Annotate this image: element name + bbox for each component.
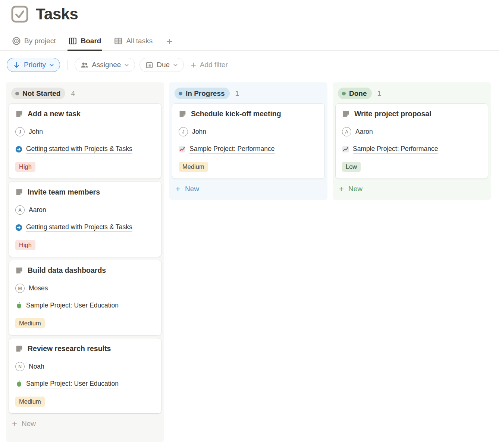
task-title-row: Schedule kick-off meeting: [179, 110, 318, 118]
column-count: 4: [71, 89, 75, 98]
tab-all-tasks[interactable]: All tasks: [113, 34, 153, 51]
task-title-row: Add a new task: [15, 110, 155, 118]
project-link[interactable]: Sample Project: Performance: [353, 145, 438, 154]
arrow-down-icon: [12, 61, 21, 69]
priority-tag: Medium: [15, 318, 45, 328]
assignee-filter-label: Assignee: [92, 61, 121, 69]
task-card[interactable]: Write project proposal A Aaron Sample Pr…: [336, 104, 488, 179]
status-dot-icon: [179, 92, 182, 95]
avatar: J: [15, 127, 25, 136]
task-project-row: Sample Project: Performance: [342, 145, 481, 154]
plus-icon: +: [175, 184, 181, 193]
tab-board[interactable]: Board: [68, 34, 102, 51]
chart-icon: [342, 146, 349, 153]
project-link[interactable]: Getting started with Projects & Tasks: [26, 145, 132, 154]
new-card-button[interactable]: + New: [9, 415, 161, 432]
task-tag-row: Low: [342, 162, 481, 172]
column-title: Not Started: [22, 89, 60, 98]
chevron-down-icon: [49, 62, 54, 68]
tab-label: All tasks: [126, 37, 153, 45]
task-card[interactable]: Invite team members A Aaron Getting star…: [9, 182, 161, 257]
priority-tag: High: [15, 240, 35, 250]
task-card[interactable]: Review research results N Noah Sample Pr…: [9, 338, 161, 413]
task-card[interactable]: Add a new task J John Getting started wi…: [9, 104, 161, 179]
new-card-label: New: [185, 185, 199, 193]
due-filter-label: Due: [157, 61, 170, 69]
column-cards: Write project proposal A Aaron Sample Pr…: [336, 104, 488, 179]
status-pill[interactable]: Done: [338, 88, 372, 99]
task-title-row: Invite team members: [15, 188, 155, 196]
chart-icon: [179, 146, 186, 153]
people-icon: [80, 61, 89, 69]
new-card-label: New: [22, 420, 36, 428]
avatar-initial: A: [345, 129, 348, 135]
priority-sort-button[interactable]: Priority: [7, 58, 60, 72]
project-link[interactable]: Sample Project: Performance: [189, 145, 275, 154]
priority-tag: Medium: [179, 162, 208, 172]
status-pill[interactable]: Not Started: [11, 88, 65, 99]
avatar-initial: M: [18, 286, 22, 291]
task-title: Invite team members: [28, 188, 100, 196]
column-cards: Schedule kick-off meeting J John Sample …: [172, 104, 324, 179]
task-title: Schedule kick-off meeting: [191, 110, 281, 118]
due-filter-button[interactable]: Due: [139, 58, 184, 72]
plus-icon: +: [12, 419, 17, 428]
assignee-name: John: [29, 128, 43, 136]
task-assignee-row: M Moses: [15, 284, 155, 293]
arrow-circle-icon: [15, 146, 22, 153]
sort-label: Priority: [24, 61, 46, 69]
column-count: 1: [235, 89, 239, 98]
new-card-button[interactable]: + New: [172, 180, 324, 197]
column-title: Done: [349, 89, 367, 98]
avatar: N: [15, 362, 25, 371]
task-tag-row: Medium: [179, 162, 318, 172]
assignee-name: Aaron: [355, 128, 373, 136]
task-project-row: Sample Project: User Education: [15, 302, 155, 310]
filter-bar: Priority Assignee Due + Add filter: [0, 51, 499, 72]
task-assignee-row: A Aaron: [342, 127, 481, 136]
avatar: J: [179, 127, 188, 136]
avatar-initial: J: [182, 129, 185, 135]
task-project-row: Getting started with Projects & Tasks: [15, 145, 155, 154]
column-count: 1: [377, 89, 382, 98]
avatar-initial: J: [19, 129, 21, 135]
task-project-row: Sample Project: User Education: [15, 380, 155, 388]
task-tag-row: Medium: [15, 397, 155, 407]
task-tag-row: High: [15, 240, 155, 250]
avatar-initial: A: [18, 208, 21, 213]
project-link[interactable]: Sample Project: User Education: [26, 380, 119, 388]
status-dot-icon: [342, 92, 346, 95]
task-card[interactable]: Schedule kick-off meeting J John Sample …: [172, 104, 324, 179]
project-link[interactable]: Sample Project: User Education: [26, 302, 119, 310]
plus-icon: +: [191, 60, 196, 70]
page-icon: [15, 266, 23, 274]
column-header: Done 1: [336, 85, 488, 104]
task-project-row: Sample Project: Performance: [179, 145, 318, 154]
tab-label: By project: [24, 37, 56, 45]
priority-tag: Medium: [15, 397, 45, 407]
add-filter-button[interactable]: + Add filter: [188, 60, 230, 70]
avatar: M: [15, 284, 25, 293]
board-icon: [68, 37, 77, 45]
task-tag-row: High: [15, 162, 155, 172]
avatar-initial: N: [18, 364, 22, 369]
assignee-filter-button[interactable]: Assignee: [75, 58, 135, 72]
task-title: Build data dashboards: [28, 266, 106, 275]
task-assignee-row: A Aaron: [15, 205, 155, 215]
task-card[interactable]: Build data dashboards M Moses Sample Pro…: [9, 260, 161, 335]
new-card-label: New: [348, 185, 363, 193]
add-view-button[interactable]: [164, 34, 175, 51]
page-icon: [342, 110, 350, 118]
project-link[interactable]: Getting started with Projects & Tasks: [26, 223, 132, 232]
filter-divider: [67, 60, 68, 70]
page-title: Tasks: [36, 5, 78, 23]
status-pill[interactable]: In Progress: [175, 88, 230, 99]
priority-tag: Low: [342, 162, 361, 172]
apple-icon: [15, 381, 22, 388]
column-title: In Progress: [186, 89, 225, 98]
tab-by-project[interactable]: By project: [11, 34, 56, 51]
task-title-row: Build data dashboards: [15, 266, 155, 275]
new-card-button[interactable]: + New: [336, 180, 488, 197]
task-title-row: Review research results: [15, 344, 155, 353]
add-filter-label: Add filter: [200, 61, 228, 69]
